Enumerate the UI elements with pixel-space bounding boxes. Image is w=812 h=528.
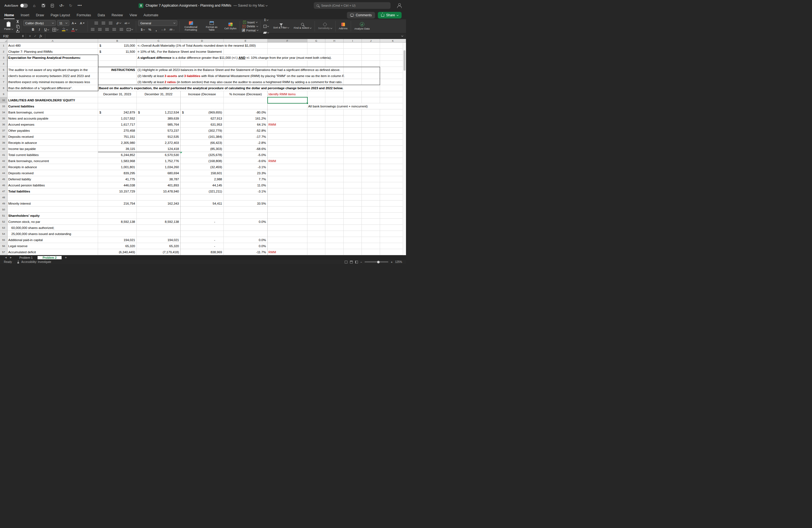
cell-B49[interactable]: 216,754 xyxy=(98,201,137,207)
ribbon-tab-view[interactable]: View xyxy=(130,11,137,19)
cell-I32[interactable] xyxy=(344,97,362,103)
cell-C32[interactable] xyxy=(137,97,180,103)
row-header-48[interactable]: 48 xyxy=(0,194,8,201)
column-header-B[interactable]: B xyxy=(98,39,137,43)
cell-I1[interactable] xyxy=(344,43,362,48)
cell-K44[interactable] xyxy=(380,170,406,176)
cell-K48[interactable] xyxy=(380,194,406,201)
cell-F40[interactable] xyxy=(267,146,307,152)
insert-function-button[interactable]: fx xyxy=(40,34,42,38)
cell-E9[interactable]: % Increase (Decrease) xyxy=(224,91,267,97)
cell-K35[interactable] xyxy=(380,115,406,121)
cell-F55[interactable] xyxy=(267,237,307,243)
cell-J44[interactable] xyxy=(362,170,380,176)
row-header-9[interactable]: 9 xyxy=(0,91,8,97)
cell-A33[interactable]: Current liabilities xyxy=(8,103,98,109)
cell-I54[interactable] xyxy=(344,231,362,237)
cell-F4[interactable] xyxy=(267,61,307,67)
cell-K1[interactable] xyxy=(380,43,406,48)
normal-view-button[interactable] xyxy=(345,261,347,263)
cell-I34[interactable] xyxy=(344,109,362,115)
cell-I52[interactable] xyxy=(344,219,362,225)
ribbon-tab-automate[interactable]: Automate xyxy=(144,11,159,19)
row-header-56[interactable]: 56 xyxy=(0,243,8,249)
cell-C6[interactable]: (2) Identify at least 3 assets and 3 lia… xyxy=(137,73,344,79)
cell-E51[interactable] xyxy=(224,212,267,219)
cell-F44[interactable] xyxy=(267,170,307,176)
cell-F35[interactable] xyxy=(267,115,307,121)
cell-C40[interactable]: 124,418 xyxy=(137,146,180,152)
cell-K34[interactable] xyxy=(380,109,406,115)
align-middle-button[interactable] xyxy=(101,20,106,26)
cell-F1[interactable] xyxy=(267,43,307,48)
cell-H44[interactable] xyxy=(325,170,344,176)
cell-H40[interactable] xyxy=(325,146,344,152)
cell-G4[interactable] xyxy=(307,61,325,67)
cell-H35[interactable] xyxy=(325,115,344,121)
ribbon-tab-page-layout[interactable]: Page Layout xyxy=(50,11,70,19)
cell-D52[interactable]: - xyxy=(180,219,224,225)
cell-E35[interactable]: 161.2% xyxy=(224,115,267,121)
cell-I46[interactable] xyxy=(344,182,362,188)
wrap-text-button[interactable]: ab xyxy=(124,20,131,26)
cell-A42[interactable]: Bank borrowings, noncurrent xyxy=(8,158,98,164)
zoom-slider-knob[interactable] xyxy=(377,261,379,263)
cell-G51[interactable] xyxy=(307,212,325,219)
cell-G32[interactable] xyxy=(307,97,325,103)
cell-B50[interactable] xyxy=(98,207,137,212)
font-size-select[interactable]: 11 xyxy=(57,20,69,26)
decrease-font-size-button[interactable]: A xyxy=(79,20,86,26)
cell-D55[interactable]: - xyxy=(180,237,224,243)
increase-indent-button[interactable] xyxy=(118,27,124,32)
row-header-42[interactable]: 42 xyxy=(0,158,8,164)
cell-I35[interactable] xyxy=(344,115,362,121)
cell-B52[interactable]: 8,592,138 xyxy=(98,219,137,225)
cell-H39[interactable] xyxy=(325,140,344,146)
cell-F57[interactable]: RMM xyxy=(267,249,307,255)
cell-A35[interactable]: Notes and accounts payable xyxy=(8,115,98,121)
format-cells-button[interactable]: Format xyxy=(242,29,258,32)
cell-C4[interactable] xyxy=(137,61,180,67)
autosave-toggle[interactable] xyxy=(20,4,28,8)
cell-B7[interactable] xyxy=(98,79,137,85)
cell-E34[interactable]: -80.0% xyxy=(224,109,267,115)
cell-G54[interactable] xyxy=(307,231,325,237)
cell-J51[interactable] xyxy=(362,212,380,219)
cell-C46[interactable]: 401,893 xyxy=(137,182,180,188)
cell-A54[interactable]: 25,000,000 shares issued and outstanding xyxy=(8,231,98,237)
cell-K2[interactable] xyxy=(380,48,406,55)
cell-J6[interactable] xyxy=(362,73,380,79)
cell-J49[interactable] xyxy=(362,201,380,207)
column-header-F[interactable]: F xyxy=(267,39,307,43)
cell-B3[interactable] xyxy=(98,55,137,61)
cell-J39[interactable] xyxy=(362,140,380,146)
cell-A41[interactable]: Total current liabilities xyxy=(8,152,98,158)
cell-G46[interactable] xyxy=(307,182,325,188)
cell-B48[interactable] xyxy=(98,194,137,201)
cell-A40[interactable]: Income tax payable xyxy=(8,146,98,152)
cell-G37[interactable] xyxy=(307,128,325,134)
cell-B57[interactable]: (6,340,449) xyxy=(98,249,137,255)
cell-D48[interactable] xyxy=(180,194,224,201)
more-commands-icon[interactable]: ••• xyxy=(77,3,83,8)
cell-G53[interactable] xyxy=(307,225,325,231)
cell-J53[interactable] xyxy=(362,225,380,231)
cell-J50[interactable] xyxy=(362,207,380,212)
cell-C36[interactable]: 985,764 xyxy=(137,121,180,128)
cell-H1[interactable] xyxy=(325,43,344,48)
cell-H53[interactable] xyxy=(325,225,344,231)
cell-F34[interactable] xyxy=(267,109,307,115)
cell-C3[interactable]: A signficant difference is a dollar diff… xyxy=(137,55,325,61)
cell-I50[interactable] xyxy=(344,207,362,212)
vertical-scrollbar-thumb[interactable] xyxy=(404,50,405,71)
increase-decimal-button[interactable]: ←.0 xyxy=(160,27,166,32)
cell-A48[interactable] xyxy=(8,194,98,201)
select-all-corner[interactable] xyxy=(0,39,8,43)
cell-C42[interactable]: 1,752,776 xyxy=(137,158,180,164)
cell-E57[interactable]: -11.7% xyxy=(224,249,267,255)
cell-J5[interactable] xyxy=(362,67,380,73)
cell-C41[interactable]: 6,570,530 xyxy=(137,152,180,158)
print-icon[interactable] xyxy=(50,3,55,8)
row-header-51[interactable]: 51 xyxy=(0,212,8,219)
cell-F38[interactable] xyxy=(267,134,307,140)
